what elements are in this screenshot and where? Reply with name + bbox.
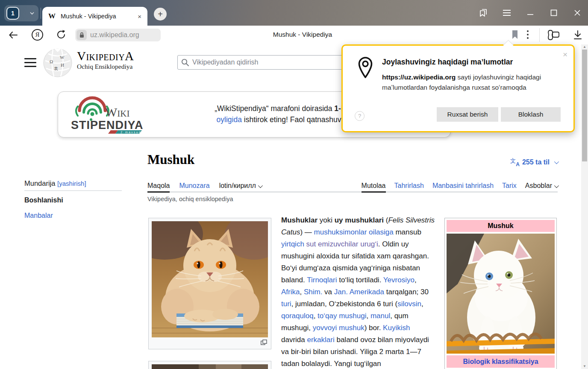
- inline-link[interactable]: yirtqich: [281, 240, 304, 248]
- chevron-down-icon: [554, 159, 559, 164]
- language-selector[interactable]: 文A 255 ta til: [510, 158, 558, 167]
- svg-text:Wiki: Wiki: [105, 105, 129, 119]
- inline-link[interactable]: erkaklari: [307, 336, 334, 344]
- enlarge-icon[interactable]: [261, 340, 267, 345]
- text-segment: , jumladan, Oʻzbekistonda 6 turi (: [291, 300, 398, 308]
- ssl-lock-chip[interactable]: [76, 30, 87, 40]
- page-scrollbar[interactable]: ▲ ▼: [581, 44, 588, 369]
- minimize-button[interactable]: [520, 0, 540, 26]
- tab-counter-badge[interactable]: 1: [6, 7, 19, 20]
- more-options-button[interactable]: [526, 29, 529, 40]
- tab-tahrirlash[interactable]: Tahrirlash: [394, 182, 424, 190]
- inline-link[interactable]: mushuksimonlar oilasiga: [314, 228, 394, 236]
- wikipedia-logo[interactable]: Ω W И 袁: [43, 48, 73, 78]
- svg-text:И: И: [61, 62, 64, 67]
- scroll-down-arrow[interactable]: ▼: [583, 365, 586, 368]
- address-bar[interactable]: uz.wikipedia.org: [75, 29, 161, 41]
- close-window-button[interactable]: [567, 0, 587, 26]
- popup-title: Joylashuvingiz haqidagi maʼlumotlar: [382, 58, 513, 67]
- inline-link[interactable]: silovsin: [397, 300, 421, 308]
- lock-icon: [79, 32, 85, 38]
- svg-text:W: W: [60, 55, 65, 60]
- tab-maqola[interactable]: Maqola: [147, 182, 170, 190]
- cat-photo-2[interactable]: [152, 364, 268, 369]
- svg-text:袁: 袁: [54, 66, 58, 71]
- wordmark-subtitle: Ochiq Ensiklopediya: [77, 63, 134, 70]
- download-icon: [573, 29, 583, 41]
- chevron-down-icon: [554, 183, 559, 188]
- wiki-menu-button[interactable]: [24, 58, 36, 67]
- article-subtitle: Vikipediya, ochiq ensiklopediya: [147, 196, 233, 202]
- cat-photo[interactable]: [152, 221, 268, 337]
- help-icon[interactable]: ?: [355, 111, 365, 121]
- block-button[interactable]: Bloklash: [501, 107, 561, 122]
- tab-tarix[interactable]: Tarix: [502, 182, 517, 190]
- article-image-frame[interactable]: [148, 218, 271, 349]
- tab-close-icon[interactable]: ×: [138, 13, 141, 20]
- downloads-button[interactable]: [573, 29, 583, 41]
- tab-mutolaa[interactable]: Mutolaa: [362, 182, 386, 190]
- tab-asboblar[interactable]: Asboblar: [525, 182, 558, 190]
- text-segment: ) bor.: [365, 324, 383, 332]
- popup-body: https://uz.wikipedia.org sayti joylashuv…: [382, 72, 562, 93]
- article-paragraph: Mushuklar yoki uy mushuklari (Felis Silv…: [281, 214, 435, 369]
- text-segment: ,: [300, 288, 303, 296]
- collections-button[interactable]: [547, 29, 561, 41]
- maximize-button[interactable]: [544, 0, 564, 26]
- titlebar: 1 W Mushuk - Vikipediya × +: [0, 0, 588, 26]
- wikipedia-wordmark[interactable]: VikipediyA Ochiq Ensiklopediya: [77, 50, 134, 70]
- inline-link[interactable]: qoraquloq: [281, 312, 314, 320]
- tab-group-pill[interactable]: 1: [4, 5, 38, 21]
- inline-link[interactable]: Shim.: [304, 288, 322, 296]
- text-segment: toʻliq tortiladi.: [337, 276, 383, 284]
- article-image2-frame[interactable]: [148, 361, 271, 369]
- text-segment: ,: [421, 300, 423, 308]
- back-arrow-icon: [8, 29, 19, 41]
- tab-title: Mushuk - Vikipediya: [61, 13, 134, 20]
- text-segment: ) —: [300, 228, 314, 236]
- inline-link[interactable]: Afrika: [281, 288, 300, 296]
- inline-link[interactable]: Jan. Amerikada: [334, 288, 384, 296]
- text-segment: (: [384, 216, 388, 224]
- inline-link[interactable]: Kuyikish: [383, 324, 410, 332]
- inline-link[interactable]: Tirnoqlari: [307, 276, 337, 284]
- toc-hide-link[interactable]: [yashirish]: [57, 180, 86, 187]
- popup-close-icon[interactable]: ×: [563, 50, 567, 59]
- toolbar-separator: [539, 28, 540, 42]
- scroll-up-arrow[interactable]: ▲: [583, 46, 586, 48]
- yandex-button[interactable]: Я: [32, 29, 43, 41]
- back-button[interactable]: [8, 29, 19, 41]
- side-panel-button[interactable]: [473, 0, 493, 26]
- toc-item-boshlanishi[interactable]: Boshlanishi: [24, 196, 63, 204]
- text-segment: „WikiStipendiya“ marafoni doirasida: [215, 104, 334, 113]
- inline-link[interactable]: sut emizuvchilar urugʻi: [306, 240, 378, 248]
- text-segment: va: [322, 288, 334, 296]
- kitten-photo[interactable]: [447, 234, 555, 354]
- toc-header: Mundarija [yashirish]: [24, 179, 86, 187]
- bookmark-button[interactable]: [511, 29, 519, 40]
- collections-icon: [547, 29, 561, 41]
- toc-item-manbalar[interactable]: Manbalar: [24, 212, 53, 220]
- tab-manbasini-tahrirlash[interactable]: Manbasini tahrirlash: [432, 182, 494, 190]
- infobox-footer-link[interactable]: Biologik klassifikatsiya: [447, 355, 555, 368]
- allow-button[interactable]: Ruxsat berish: [437, 107, 498, 122]
- browser-tab[interactable]: W Mushuk - Vikipediya ×: [42, 7, 147, 26]
- tab-munozara[interactable]: Munozara: [179, 182, 209, 190]
- tab-list-chevron-icon[interactable]: [30, 11, 34, 15]
- inline-link[interactable]: oyligida: [217, 115, 242, 124]
- inline-link[interactable]: turi: [281, 300, 291, 308]
- reload-button[interactable]: [56, 29, 67, 40]
- kebab-menu-icon: [526, 29, 529, 40]
- browser-menu-button[interactable]: [497, 0, 517, 26]
- page-title-centered: Mushuk - Vikipediya: [184, 31, 421, 38]
- tab-variant-selector[interactable]: lotin/кирилл: [219, 182, 262, 190]
- inline-link[interactable]: toʻqay mushugi: [318, 312, 366, 320]
- toc-divider: [24, 190, 122, 191]
- inline-link[interactable]: manul: [370, 312, 390, 320]
- inline-link[interactable]: yovvoyi mushuk: [313, 324, 365, 332]
- text-segment: ,: [314, 312, 318, 320]
- search-icon: [181, 59, 189, 66]
- new-tab-button[interactable]: +: [154, 8, 167, 20]
- scrollbar-thumb[interactable]: [582, 50, 587, 161]
- inline-link[interactable]: Yevrosiyo: [383, 276, 415, 284]
